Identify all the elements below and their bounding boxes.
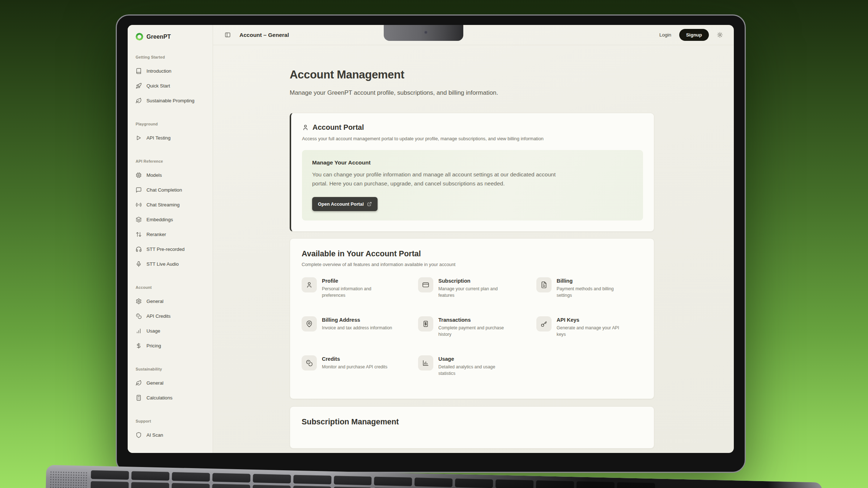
feature-item-transactions[interactable]: TransactionsComplete payment and purchas…	[418, 316, 536, 350]
sidebar-item-chat-streaming[interactable]: Chat Streaming	[133, 197, 208, 212]
sidebar-item-api-testing[interactable]: API Testing	[133, 130, 208, 145]
sidebar-item-general[interactable]: General	[133, 376, 208, 390]
sun-icon[interactable]	[717, 32, 723, 38]
subscription-management-card: Subscription Management	[290, 406, 654, 449]
map-pin-icon	[306, 320, 313, 328]
sidebar-item-ai-scan[interactable]: AI Scan	[133, 428, 208, 442]
sidebar-item-label: API Testing	[146, 135, 170, 141]
login-link[interactable]: Login	[659, 32, 671, 38]
sidebar-section-label: Sustainability	[133, 367, 208, 371]
sidebar-item-label: API Credits	[146, 313, 171, 319]
laptop-screen: GreenPT Getting StartedIntroductionQuick…	[128, 25, 734, 453]
sidebar-item-pricing[interactable]: Pricing	[133, 338, 208, 353]
book-icon	[136, 68, 142, 74]
receipt-icon	[422, 320, 429, 328]
sidebar-item-quick-start[interactable]: Quick Start	[133, 78, 208, 93]
open-account-portal-button[interactable]: Open Account Portal	[312, 197, 378, 211]
topbar: Account – General Login Signup	[213, 25, 734, 45]
sidebar-item-introduction[interactable]: Introduction	[133, 64, 208, 78]
key-icon	[540, 320, 548, 328]
sidebar-section-label: Account	[133, 285, 208, 290]
feature-item-subscription[interactable]: SubscriptionManage your current plan and…	[418, 277, 536, 311]
calculator-icon	[136, 395, 142, 401]
sidebar-section-playground: PlaygroundAPI Testing	[133, 122, 208, 145]
available-features-subtitle: Complete overview of all features and in…	[302, 262, 642, 267]
panel-left-icon[interactable]	[225, 32, 231, 38]
sidebar-section-account: AccountGeneralAPI CreditsUsagePricing	[133, 285, 208, 353]
sidebar-item-label: Pricing	[146, 343, 161, 348]
feature-item-usage[interactable]: UsageDetailed analytics and usage statis…	[418, 355, 536, 389]
headphones-icon	[136, 246, 142, 252]
sidebar-item-label: General	[146, 380, 163, 386]
gear-icon	[136, 298, 142, 304]
external-link-icon	[367, 202, 372, 206]
sidebar-section-label: Support	[133, 419, 208, 423]
brand-name: GreenPT	[146, 34, 171, 40]
feature-item-billing-address[interactable]: Billing AddressInvoice and tax address i…	[302, 316, 418, 350]
credit-card-icon	[422, 281, 429, 288]
sidebar-item-stt-live-audio[interactable]: STT Live Audio	[133, 257, 208, 271]
laptop-lid: GreenPT Getting StartedIntroductionQuick…	[116, 14, 746, 473]
feature-text: CreditsMonitor and purchase API credits	[322, 355, 387, 389]
sidebar-item-calculations[interactable]: Calculations	[133, 390, 208, 405]
feature-title: Transactions	[438, 317, 509, 323]
feature-text: TransactionsComplete payment and purchas…	[438, 316, 509, 350]
feature-description: Manage your current plan and features	[438, 286, 509, 299]
sidebar-section-support: SupportAI Scan	[133, 419, 208, 442]
coins-icon	[306, 359, 313, 367]
mic-icon	[136, 261, 142, 267]
feature-title: Subscription	[438, 278, 509, 284]
topbar-actions: Login Signup	[659, 29, 723, 41]
manage-account-body: You can change your profile information …	[312, 170, 573, 188]
feature-text: ProfilePersonal information and preferen…	[322, 277, 392, 311]
sidebar: GreenPT Getting StartedIntroductionQuick…	[128, 25, 213, 453]
dollar-icon	[136, 343, 142, 349]
available-features-card: Available in Your Account Portal Complet…	[290, 238, 654, 399]
feature-title: API Keys	[557, 317, 627, 323]
sort-icon	[136, 231, 142, 237]
feature-description: Invoice and tax address information	[322, 325, 392, 331]
sidebar-item-chat-completion[interactable]: Chat Completion	[133, 183, 208, 197]
sidebar-item-label: Chat Completion	[146, 187, 182, 193]
feature-item-billing[interactable]: BillingPayment methods and billing setti…	[536, 277, 642, 311]
sidebar-item-label: Usage	[146, 328, 160, 334]
feature-icon-tile	[418, 355, 433, 371]
feature-title: Usage	[438, 356, 509, 362]
sidebar-item-reranker[interactable]: Reranker	[133, 227, 208, 242]
sidebar-item-stt-pre-recorded[interactable]: STT Pre-recorded	[133, 242, 208, 257]
feature-title: Billing	[557, 278, 627, 284]
rocket-icon	[136, 83, 142, 89]
webcam-icon	[424, 31, 427, 34]
sidebar-section-sustainability: SustainabilityGeneralCalculations	[133, 367, 208, 405]
brand-logo[interactable]: GreenPT	[133, 31, 208, 41]
feature-item-profile[interactable]: ProfilePersonal information and preferen…	[302, 277, 418, 311]
feature-icon-tile	[536, 316, 552, 331]
sidebar-item-label: STT Pre-recorded	[146, 247, 184, 252]
sidebar-item-general[interactable]: General	[133, 294, 208, 309]
features-grid: ProfilePersonal information and preferen…	[302, 277, 642, 389]
feature-title: Billing Address	[322, 317, 392, 323]
feature-item-api-keys[interactable]: API KeysGenerate and manage your API key…	[536, 316, 642, 350]
sidebar-item-label: Chat Streaming	[146, 202, 180, 207]
sidebar-item-label: Sustainable Prompting	[146, 98, 195, 103]
account-portal-header: Account Portal	[302, 123, 643, 132]
chip-icon	[136, 172, 142, 178]
page-title: Account Management	[290, 68, 654, 81]
sidebar-section-label: Playground	[133, 122, 208, 126]
sidebar-item-label: Calculations	[146, 395, 173, 401]
play-icon	[136, 135, 142, 141]
sidebar-item-usage[interactable]: Usage	[133, 324, 208, 338]
sidebar-item-models[interactable]: Models	[133, 168, 208, 183]
feature-text: API KeysGenerate and manage your API key…	[557, 316, 627, 350]
shield-icon	[136, 432, 142, 438]
sidebar-section-label: Getting Started	[133, 55, 208, 59]
signup-button[interactable]: Signup	[679, 29, 709, 41]
feature-icon-tile	[302, 277, 317, 292]
sidebar-item-api-credits[interactable]: API Credits	[133, 309, 208, 324]
sidebar-item-sustainable-prompting[interactable]: Sustainable Prompting	[133, 93, 208, 108]
file-text-icon	[540, 281, 548, 288]
sidebar-item-embeddings[interactable]: Embeddings	[133, 212, 208, 227]
feature-item-credits[interactable]: CreditsMonitor and purchase API credits	[302, 355, 418, 389]
chart-icon	[422, 359, 429, 367]
chat-icon	[136, 187, 142, 193]
